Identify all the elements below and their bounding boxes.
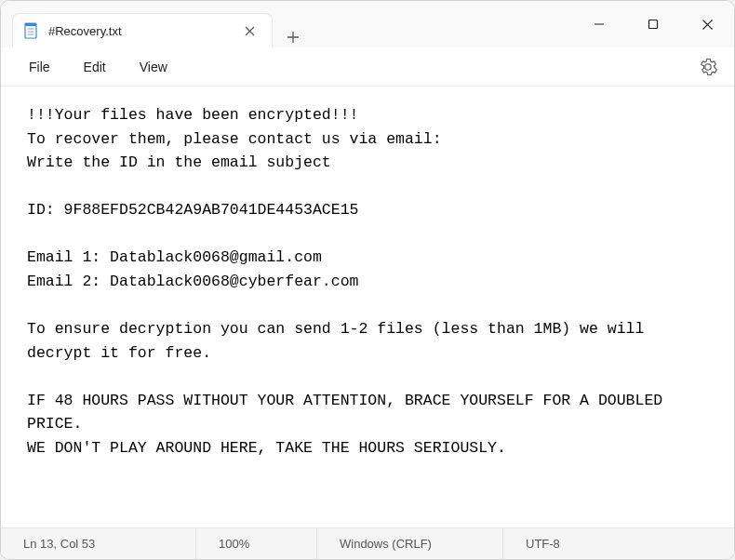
status-eol: Windows (CRLF) [317,528,503,559]
tab-strip: #Recovery.txt [1,1,572,47]
minimize-button[interactable] [572,1,626,47]
notepad-icon [22,21,39,40]
tab-close-button[interactable] [240,21,259,40]
settings-button[interactable] [693,52,723,82]
tab-title: #Recovery.txt [48,24,231,38]
titlebar: #Recovery.txt [1,1,734,47]
status-caret: Ln 13, Col 53 [1,528,196,559]
menu-file[interactable]: File [12,54,67,80]
status-encoding: UTF-8 [503,528,734,559]
status-zoom[interactable]: 100% [196,528,317,559]
gear-icon [699,58,717,76]
close-button[interactable] [680,1,734,47]
text-editor-body[interactable]: !!!Your files have been encrypted!!! To … [1,87,734,527]
menu-edit[interactable]: Edit [67,54,123,80]
notepad-window: #Recovery.txt [0,0,735,560]
tab-active[interactable]: #Recovery.txt [12,13,273,47]
statusbar: Ln 13, Col 53 100% Windows (CRLF) UTF-8 [1,527,734,559]
new-tab-button[interactable] [276,31,310,47]
window-controls [572,1,734,47]
menubar: File Edit View [1,47,734,87]
svg-rect-1 [25,23,36,26]
svg-rect-10 [649,20,658,29]
menu-view[interactable]: View [123,54,184,80]
maximize-button[interactable] [626,1,680,47]
